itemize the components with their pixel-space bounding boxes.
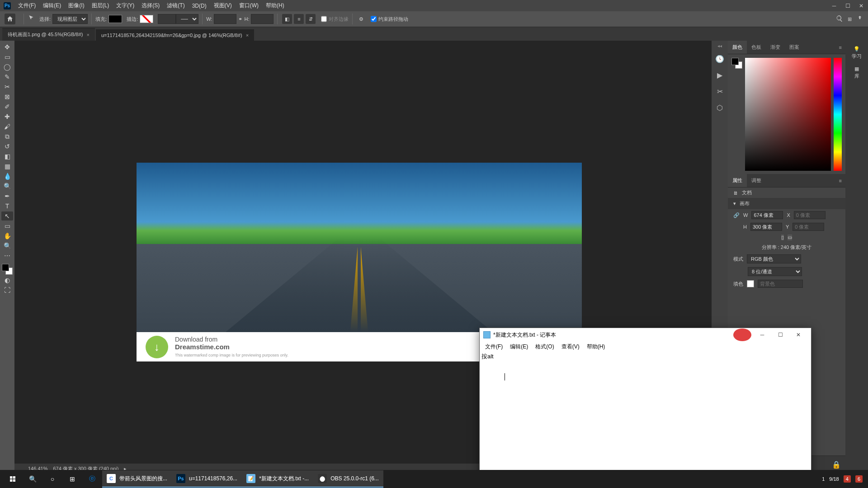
link-wh-icon[interactable]: ⚭ [238, 16, 242, 22]
cortana-button[interactable]: ○ [42, 470, 62, 488]
properties-tab[interactable]: 属性 [728, 174, 747, 187]
menu-window[interactable]: 窗口(W) [236, 2, 262, 9]
np-menu-help[interactable]: 帮助(H) [584, 342, 608, 352]
gradients-tab[interactable]: 渐变 [766, 41, 785, 54]
canvas-width-input[interactable] [751, 211, 783, 219]
pen-tool-icon[interactable]: ✒ [1, 192, 13, 201]
color-mode-dropdown[interactable]: RGB 颜色 [747, 254, 801, 263]
notification-badge-icon[interactable] [733, 328, 751, 341]
history-brush-tool-icon[interactable]: ↺ [1, 142, 13, 151]
marquee-tool-icon[interactable]: ▭ [1, 52, 13, 61]
start-button[interactable] [3, 470, 23, 488]
menu-view[interactable]: 视图(V) [210, 2, 236, 9]
taskbar-app[interactable]: ⬤OBS 25.0.0-rc1 (6... [313, 470, 383, 488]
menu-3d[interactable]: 3D(D) [189, 3, 210, 9]
type-tool-icon[interactable]: T [1, 202, 13, 211]
share-icon[interactable] [856, 15, 863, 23]
home-icon[interactable] [5, 14, 15, 24]
np-menu-format[interactable]: 格式(O) [533, 342, 557, 352]
stroke-style-dropdown[interactable]: ── [176, 14, 198, 24]
edit-toolbar-icon[interactable]: ⋯ [1, 251, 13, 260]
edge-button[interactable]: ⓔ [82, 470, 102, 488]
path-arrange-icon[interactable]: ⇵ [306, 14, 316, 24]
portrait-icon[interactable]: ▯ [781, 235, 784, 240]
eraser-tool-icon[interactable]: ◧ [1, 152, 13, 161]
tray-badge[interactable]: 6 [855, 475, 863, 483]
hand-tool-icon[interactable]: ✋ [1, 231, 13, 240]
hue-slider[interactable] [834, 58, 842, 171]
search-button[interactable]: 🔍 [23, 470, 42, 488]
stroke-swatch[interactable] [140, 15, 153, 23]
system-tray[interactable]: 1 9/18 4 6 [822, 475, 865, 483]
bit-depth-dropdown[interactable]: 8 位/通道 [748, 267, 802, 276]
adjustments-tab[interactable]: 调整 [747, 174, 766, 187]
taskbar-app[interactable]: Psu=1171418576,26... [172, 470, 242, 488]
taskbar-app[interactable]: 📝*新建文本文档.txt -... [242, 470, 313, 488]
tray-badge[interactable]: 4 [844, 475, 851, 483]
menu-filter[interactable]: 滤镜(T) [163, 2, 188, 9]
panel-menu-icon[interactable]: ≡ [835, 178, 845, 183]
collapse-icon[interactable]: ◂◂ [714, 43, 725, 48]
lock-icon[interactable]: 🔒 [832, 460, 841, 469]
close-icon[interactable]: ✕ [854, 0, 868, 11]
np-menu-file[interactable]: 文件(F) [482, 342, 505, 352]
color-field[interactable] [745, 58, 831, 171]
rectangle-tool-icon[interactable]: ▭ [1, 221, 13, 230]
constrain-checkbox[interactable] [371, 14, 377, 24]
color-picker-panel[interactable] [728, 54, 845, 174]
fill-swatch[interactable] [108, 15, 122, 23]
screenmode-icon[interactable]: ⛶ [1, 286, 13, 295]
np-menu-edit[interactable]: 编辑(E) [507, 342, 531, 352]
document-tab[interactable]: 待机画面1.png @ 45.5%(RGB/8#)× [2, 28, 95, 41]
stamp-tool-icon[interactable]: ⧉ [1, 132, 13, 141]
select-layer-dropdown[interactable]: 现用图层 [52, 14, 88, 24]
addon-panel-icon[interactable]: ⬡ [714, 102, 725, 113]
gradient-tool-icon[interactable]: ▦ [1, 162, 13, 171]
workspace-icon[interactable]: ⊞ [848, 16, 852, 22]
width-input[interactable] [214, 14, 236, 24]
align-edges-checkbox[interactable] [321, 14, 327, 24]
stroke-width-input[interactable] [158, 14, 176, 24]
path-select-tool-icon[interactable]: ↖ [1, 211, 13, 221]
notepad-titlebar[interactable]: *新建文本文档.txt - 记事本 ─ ☐ ✕ [480, 328, 811, 342]
menu-select[interactable]: 选择(S) [138, 2, 163, 9]
path-align-icon[interactable]: ≡ [294, 14, 304, 24]
canvas-height-input[interactable] [750, 223, 782, 231]
path-select-tool-icon[interactable] [28, 14, 37, 23]
actions-panel-icon[interactable]: ▶ [714, 70, 725, 80]
quickmask-icon[interactable]: ◐ [1, 276, 13, 285]
maximize-icon[interactable]: ☐ [841, 0, 854, 11]
path-op-icon[interactable]: ◧ [282, 14, 292, 24]
tab-close-icon[interactable]: × [246, 33, 249, 38]
taskview-button[interactable]: ⊞ [62, 470, 82, 488]
menu-type[interactable]: 文字(Y) [113, 2, 138, 9]
gear-icon[interactable]: ⚙ [359, 16, 363, 22]
eyedropper-tool-icon[interactable]: ✐ [1, 102, 13, 111]
menu-edit[interactable]: 编辑(E) [39, 2, 65, 9]
patterns-tab[interactable]: 图案 [785, 41, 804, 54]
brush-tool-icon[interactable]: 🖌 [1, 122, 13, 131]
close-icon[interactable]: ✕ [789, 328, 807, 341]
maximize-icon[interactable]: ☐ [771, 328, 789, 341]
search-icon[interactable] [836, 15, 843, 23]
swatches-tab[interactable]: 色板 [747, 41, 766, 54]
lasso-tool-icon[interactable]: ◯ [1, 62, 13, 71]
taskbar-app[interactable]: C带箭头风景图的搜... [102, 470, 172, 488]
height-input[interactable] [251, 14, 274, 24]
document-tab[interactable]: u=1171418576,264342159&fm=26&gp=0.jpg @ … [96, 29, 254, 41]
landscape-icon[interactable]: ▭ [788, 235, 792, 240]
canvas-y-input[interactable] [793, 223, 824, 231]
zoom-tool-icon[interactable]: 🔍 [1, 241, 13, 250]
frame-tool-icon[interactable]: ⊠ [1, 92, 13, 101]
crop-tool-icon[interactable]: ✂ [1, 82, 13, 91]
fillcolor-swatch[interactable] [747, 280, 754, 287]
np-menu-view[interactable]: 查看(V) [559, 342, 582, 352]
menu-help[interactable]: 帮助(H) [262, 2, 288, 9]
tab-close-icon[interactable]: × [86, 32, 89, 38]
canvas-section[interactable]: 画布 [740, 200, 750, 207]
heal-tool-icon[interactable]: ✚ [1, 112, 13, 121]
blur-tool-icon[interactable]: 💧 [1, 172, 13, 181]
minimize-icon[interactable]: ─ [827, 0, 841, 11]
notepad-textarea[interactable]: 按alt [480, 352, 811, 476]
menu-file[interactable]: 文件(F) [14, 2, 39, 9]
